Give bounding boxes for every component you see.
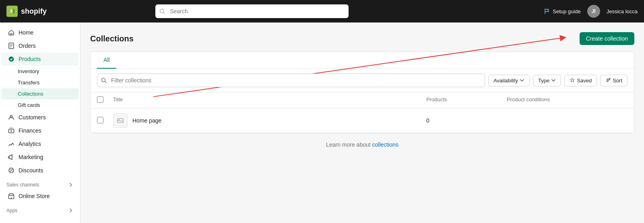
sales-channels-section: Sales channels <box>0 177 80 189</box>
filter-collections-input[interactable] <box>97 74 485 87</box>
saved-button[interactable]: Saved <box>564 75 597 86</box>
sidebar-item-home[interactable]: Home <box>2 26 78 39</box>
sort-button[interactable]: Sort <box>600 75 627 86</box>
main-layout: Home Orders Products Inventory Transfers… <box>0 23 644 223</box>
page-title: Collections <box>90 34 134 43</box>
sidebar-item-online-store[interactable]: Online Store <box>2 190 78 203</box>
products-icon <box>8 56 14 62</box>
sidebar-item-analytics[interactable]: Analytics <box>2 137 78 150</box>
page-header: Collections Create collection <box>90 32 634 45</box>
sidebar-item-finances[interactable]: Finances <box>2 124 78 137</box>
sidebar-item-customers-label: Customers <box>19 114 46 121</box>
finances-icon <box>8 127 14 134</box>
sidebar-subitem-collections[interactable]: Collections <box>2 88 78 99</box>
filter-bar: Availability Type Saved <box>91 69 634 92</box>
apps-chevron-icon[interactable] <box>68 208 74 213</box>
column-title: Title <box>113 96 426 104</box>
sidebar-subitem-transfers-label: Transfers <box>18 80 39 86</box>
logo-text: shopify <box>21 7 47 16</box>
svg-point-5 <box>10 115 12 117</box>
sidebar-item-discounts[interactable]: Discounts <box>2 164 78 177</box>
sidebar-subitem-inventory[interactable]: Inventory <box>2 66 78 77</box>
sidebar-item-online-store-label: Online Store <box>19 193 50 199</box>
customers-icon <box>8 114 14 121</box>
create-collection-button[interactable]: Create collection <box>580 32 634 45</box>
sidebar-item-products[interactable]: Products <box>2 53 78 65</box>
tabs-bar: All <box>91 52 634 69</box>
filter-search-wrapper <box>97 74 485 87</box>
row-title-link[interactable]: Home page <box>132 117 161 124</box>
row-thumbnail <box>113 113 128 128</box>
apps-label: Apps <box>6 208 17 213</box>
svg-rect-2 <box>10 33 12 35</box>
image-placeholder-icon <box>117 117 124 124</box>
column-checkbox <box>97 96 113 104</box>
flag-icon <box>544 8 550 14</box>
svg-point-8 <box>10 169 11 170</box>
type-label: Type <box>538 78 549 84</box>
row-title-cell: Home page <box>113 113 426 128</box>
sidebar-item-discounts-label: Discounts <box>19 167 43 174</box>
main-content: Collections Create collection All Availa… <box>80 23 644 223</box>
availability-filter-button[interactable]: Availability <box>488 75 530 86</box>
sidebar: Home Orders Products Inventory Transfers… <box>0 23 80 223</box>
store-icon <box>8 193 14 199</box>
column-product-conditions: Product conditions <box>507 96 627 104</box>
sidebar-subitem-gift-cards-label: Gift cards <box>18 102 40 108</box>
sidebar-subitem-collections-label: Collections <box>18 91 43 97</box>
filter-search-icon <box>101 78 107 83</box>
row-products-count: 0 <box>426 117 507 124</box>
availability-label: Availability <box>493 78 518 84</box>
star-icon <box>570 78 575 83</box>
sidebar-item-marketing[interactable]: Marketing <box>2 151 78 164</box>
type-filter-button[interactable]: Type <box>533 75 561 86</box>
table-row: Home page 0 <box>91 108 634 133</box>
sidebar-item-customers[interactable]: Customers <box>2 111 78 124</box>
sales-channels-label: Sales channels <box>6 182 39 188</box>
marketing-icon <box>8 154 14 160</box>
sidebar-item-marketing-label: Marketing <box>19 154 43 160</box>
topbar-search-area <box>155 4 349 18</box>
setup-guide-link[interactable]: Setup guide <box>544 8 580 14</box>
sidebar-item-orders-label: Orders <box>19 43 36 49</box>
tab-all[interactable]: All <box>97 52 116 69</box>
analytics-icon <box>8 141 14 147</box>
sidebar-item-orders[interactable]: Orders <box>2 39 78 52</box>
topbar: shopify Setup guide JI Jessica locca <box>0 0 644 23</box>
orders-icon <box>8 43 14 49</box>
sidebar-subitem-transfers[interactable]: Transfers <box>2 77 78 88</box>
row-checkbox-cell <box>97 117 113 125</box>
search-icon <box>159 8 165 14</box>
column-products: Products <box>426 96 507 104</box>
sidebar-item-finances-label: Finances <box>19 127 41 134</box>
learn-more-text: Learn more about <box>326 141 372 148</box>
svg-point-4 <box>9 57 14 61</box>
learn-more-footer: Learn more about collections <box>90 133 634 156</box>
sidebar-item-products-label: Products <box>19 56 41 62</box>
collections-card: All Availability <box>90 51 634 133</box>
sidebar-subitem-inventory-label: Inventory <box>18 68 39 74</box>
topbar-right: Setup guide JI Jessica locca <box>544 5 638 18</box>
row-checkbox[interactable] <box>97 117 103 123</box>
shopify-logo-icon <box>6 6 18 17</box>
table-header: Title Products Product conditions <box>91 92 634 108</box>
chevron-right-icon[interactable] <box>68 182 74 188</box>
user-initials: JI <box>592 8 596 14</box>
user-avatar[interactable]: JI <box>587 5 600 18</box>
collections-link[interactable]: collections <box>372 141 398 148</box>
select-all-checkbox[interactable] <box>97 96 103 103</box>
saved-label: Saved <box>577 78 592 84</box>
user-name: Jessica locca <box>607 8 638 14</box>
discounts-icon <box>8 167 14 174</box>
sort-label: Sort <box>613 78 622 84</box>
apps-section: Apps <box>0 203 80 215</box>
home-icon <box>8 29 14 36</box>
search-input[interactable] <box>155 4 349 18</box>
sidebar-item-home-label: Home <box>19 29 33 36</box>
sidebar-item-analytics-label: Analytics <box>19 141 41 147</box>
setup-guide-label: Setup guide <box>553 8 580 14</box>
logo[interactable]: shopify <box>6 6 55 17</box>
sidebar-subitem-gift-cards[interactable]: Gift cards <box>2 100 78 110</box>
chevron-down-icon <box>520 78 524 83</box>
svg-point-9 <box>12 171 13 172</box>
